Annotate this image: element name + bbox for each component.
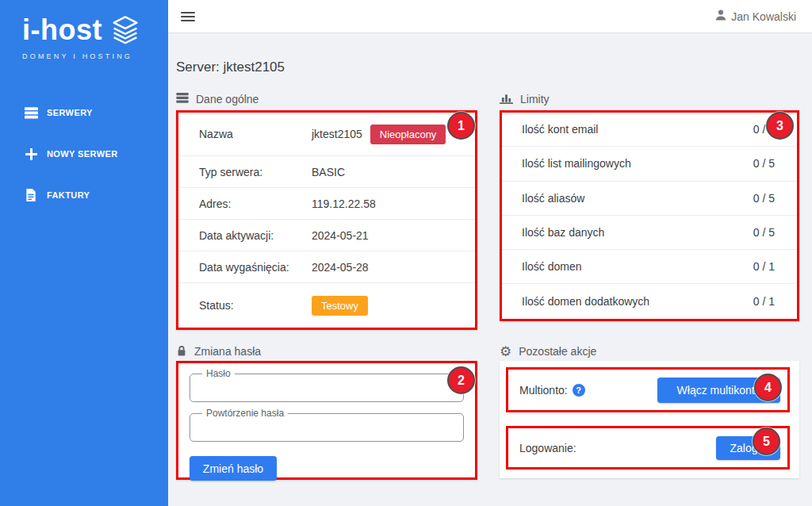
servers-icon (24, 107, 38, 119)
limit-label: Ilość domen (522, 260, 581, 273)
sidebar-nav: SERWERY NOWY SERWER FAKTURY (0, 92, 168, 216)
page-title: Server: jktest2105 (176, 59, 285, 75)
row-value: 2024-05-28 (312, 261, 369, 274)
topbar: Jan Kowalski (168, 0, 812, 33)
logo-text: i-host (22, 16, 102, 44)
status-badge: Testowy (312, 296, 368, 316)
row-label: Status: (199, 299, 312, 312)
limit-label: Ilość kont email (522, 123, 598, 136)
row-label: Nazwa (199, 128, 312, 140)
logo-tagline: DOMENY I HOSTING (22, 52, 168, 60)
sidebar-item-nowy-serwer[interactable]: NOWY SERWER (0, 133, 168, 174)
row-value: BASIC (312, 166, 345, 178)
row-value: 119.12.22.58 (312, 197, 376, 210)
multiaccount-row: Multionto: ? Włącz multikonto (506, 367, 790, 412)
multiaccount-label-wrap: Multionto: ? (519, 384, 585, 397)
help-icon[interactable]: ? (573, 384, 585, 397)
login-label: Logowanie: (519, 442, 576, 454)
list-item: Ilość kont email 0 / 5 (502, 113, 797, 147)
list-item: Ilość list mailingowych 0 / 5 (502, 147, 797, 181)
section-title: Dane ogólne (196, 93, 259, 105)
row-value: 2024-05-21 (312, 229, 369, 242)
limit-value: 0 / 1 (753, 260, 775, 273)
section-header-zmiana-hasla: Zmiana hasła (176, 343, 261, 360)
section-header-pozostale-akcje: ⚙ Pozostałe akcje (500, 343, 596, 360)
sidebar-item-label: FAKTURY (47, 190, 90, 200)
hamburger-menu-icon[interactable] (181, 12, 195, 21)
annotation-circle-1: 1 (447, 112, 475, 140)
limit-label: Ilość aliasów (522, 192, 584, 205)
multiaccount-label: Multionto: (519, 384, 568, 397)
limit-value: 0 / 5 (753, 192, 775, 205)
row-value: jktest2105 (312, 128, 362, 140)
password-repeat-input[interactable] (198, 421, 455, 433)
login-row: Logowanie: Zaloguj (506, 426, 790, 470)
table-row: Data aktywacji: 2024-05-21 (178, 220, 475, 251)
section-title: Pozostałe akcje (519, 345, 596, 358)
section-header-dane-ogolne: Dane ogólne (176, 90, 259, 108)
annotation-circle-4: 4 (754, 374, 782, 401)
server-icon (176, 93, 189, 105)
logo: i-host DOMENY I HOSTING (0, 0, 168, 60)
other-actions-card: Multionto: ? Włącz multikonto Logowanie:… (500, 361, 799, 478)
gear-icon: ⚙ (500, 345, 511, 358)
status-badge: Nieopłacony (370, 125, 446, 144)
app-window: i-host DOMENY I HOSTING (0, 0, 812, 506)
password-repeat-field-label: Powtórzenie hasła (202, 408, 288, 419)
table-row: Status: Testowy (178, 283, 475, 328)
sidebar-item-faktury[interactable]: FAKTURY (0, 174, 168, 216)
change-password-button[interactable]: Zmień hasło (190, 456, 277, 481)
annotation-circle-5: 5 (753, 427, 780, 455)
user-icon (714, 9, 727, 24)
limit-label: Ilość domen dodatkowych (522, 295, 649, 308)
annotation-circle-3: 3 (766, 112, 794, 140)
section-title: Zmiana hasła (194, 345, 261, 358)
layers-icon (110, 16, 140, 48)
table-row: Data wygaśnięcia: 2024-05-28 (178, 251, 475, 283)
limit-value: 0 / 1 (753, 295, 775, 308)
sidebar: i-host DOMENY I HOSTING (0, 0, 168, 506)
limit-label: Ilość list mailingowych (522, 157, 631, 170)
bar-chart-icon (500, 92, 513, 106)
plus-icon (24, 148, 38, 160)
limit-label: Ilość baz danych (522, 226, 604, 239)
password-field-group: Hasło (190, 368, 464, 402)
password-input[interactable] (198, 381, 455, 393)
section-header-limity: Limity (500, 90, 550, 108)
sidebar-item-label: SERWERY (47, 108, 93, 117)
password-change-card: Hasło Powtórzenie hasła Zmień hasło (176, 361, 477, 480)
table-row: Nazwa jktest2105 Nieopłacony (178, 113, 475, 156)
row-label: Data aktywacji: (199, 229, 312, 242)
section-title: Limity (520, 93, 550, 105)
limit-value: 0 / 5 (753, 226, 775, 239)
row-label: Typ serwera: (199, 166, 312, 178)
limit-value: 0 / 5 (753, 157, 775, 170)
annotation-circle-2: 2 (447, 366, 475, 394)
table-row: Typ serwera: BASIC (178, 156, 475, 188)
limits-card: Ilość kont email 0 / 5 Ilość list mailin… (500, 110, 799, 321)
sidebar-item-label: NOWY SERWER (47, 149, 118, 159)
password-repeat-field-group: Powtórzenie hasła (190, 408, 464, 442)
list-item: Ilość baz danych 0 / 5 (502, 216, 797, 250)
row-label: Data wygaśnięcia: (199, 261, 312, 274)
row-label: Adres: (199, 197, 312, 210)
general-info-card: Nazwa jktest2105 Nieopłacony Typ serwera… (176, 110, 477, 330)
user-name: Jan Kowalski (731, 10, 796, 23)
list-item: Ilość domen dodatkowych 0 / 1 (502, 284, 797, 318)
lock-icon (176, 344, 187, 359)
list-item: Ilość domen 0 / 1 (502, 250, 797, 284)
password-field-label: Hasło (202, 368, 235, 379)
user-menu[interactable]: Jan Kowalski (714, 9, 796, 24)
invoice-icon (24, 189, 38, 201)
table-row: Adres: 119.12.22.58 (178, 188, 475, 220)
list-item: Ilość aliasów 0 / 5 (502, 182, 797, 216)
sidebar-item-serwery[interactable]: SERWERY (0, 92, 168, 133)
